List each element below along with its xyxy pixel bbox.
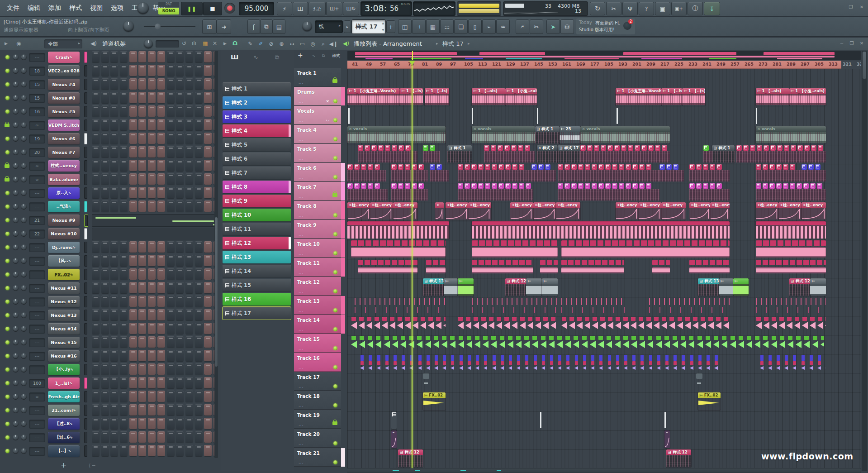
track-lane[interactable]: ヨ 样式 13⊢⊢ヨ 样式 12⊢⊢ヨ 样式 13⊢⊢ヨ 样式 12⊢ (347, 278, 861, 296)
fade-clip[interactable] (533, 355, 539, 371)
mini-pattern-clip[interactable] (619, 183, 624, 189)
fade-clip[interactable] (779, 336, 786, 352)
step-cell[interactable] (167, 146, 175, 158)
step-cell[interactable] (92, 255, 100, 266)
step-cell[interactable] (120, 187, 128, 198)
mini-pattern-clip[interactable] (505, 164, 511, 170)
fade-clip[interactable] (606, 336, 612, 352)
step-cell[interactable] (101, 187, 109, 198)
mini-pattern-clip[interactable] (612, 164, 617, 170)
mini-pattern-clip[interactable] (587, 145, 593, 151)
mini-pattern-clip[interactable] (471, 183, 477, 189)
channel-volume-knob[interactable] (21, 285, 27, 291)
mini-pattern-clip[interactable] (594, 145, 599, 151)
step-cell[interactable] (157, 391, 165, 402)
channel-selector[interactable] (84, 377, 87, 389)
channel-button[interactable]: Nexus #15 (48, 337, 80, 348)
step-cell[interactable] (138, 255, 146, 266)
step-cell[interactable] (157, 78, 165, 90)
step-cell[interactable] (120, 133, 128, 144)
channel-button[interactable]: Nexus #5 (48, 106, 80, 117)
rack-scroll-dash[interactable]: ⟨ ━ (89, 463, 95, 468)
piano-roll-button[interactable]: ▯ (468, 19, 482, 34)
channel-pan-knob[interactable] (13, 448, 19, 454)
fade-clip[interactable] (681, 355, 687, 371)
mini-pattern-clip[interactable] (519, 164, 524, 170)
channel-selector[interactable] (84, 228, 87, 239)
mini-pattern-clip[interactable] (436, 164, 442, 170)
step-cell[interactable] (157, 309, 165, 320)
mini-pattern-clip[interactable] (783, 164, 788, 170)
shuffle-slider-track[interactable] (144, 26, 195, 27)
pattern-item[interactable]: 样式 15 (223, 279, 291, 291)
step-cell[interactable] (92, 431, 100, 443)
playlist-vscrollbar-handle[interactable] (863, 52, 866, 79)
step-cell[interactable] (101, 65, 109, 76)
step-cell[interactable] (138, 268, 146, 280)
time-display[interactable]: 3:08: 56 M:S:CS (360, 1, 412, 16)
channel-selector[interactable] (84, 92, 87, 104)
channel-led[interactable] (5, 218, 9, 222)
mini-pattern-group[interactable] (558, 164, 659, 182)
channel-button[interactable]: 1_..ls) ∿ (48, 377, 80, 389)
fade-clip[interactable] (708, 317, 714, 333)
hit-ticks-strip[interactable] (355, 298, 446, 315)
step-cell[interactable] (92, 282, 100, 293)
step-cell[interactable] (101, 105, 109, 117)
track-header[interactable]: Vocals...◡ (294, 106, 341, 124)
fade-clip[interactable] (433, 336, 440, 352)
step-cell[interactable] (167, 255, 175, 266)
mini-pattern-group[interactable] (558, 183, 659, 201)
step-cell[interactable] (148, 78, 156, 90)
channel-pan-knob[interactable] (13, 353, 19, 359)
channel-pan-knob[interactable] (13, 122, 19, 128)
track-lane[interactable] (347, 240, 861, 258)
mini-pattern-clip[interactable] (498, 145, 503, 151)
step-cell[interactable] (167, 92, 175, 103)
fade-clip[interactable] (465, 317, 472, 333)
channel-filter-dropdown[interactable]: 全部 ▸ (44, 39, 82, 48)
step-cell[interactable] (120, 241, 128, 253)
rack-group-icon[interactable]: ◉ (16, 40, 21, 47)
channel-led[interactable] (5, 82, 9, 86)
fade-clip[interactable] (810, 317, 816, 333)
header-automation-tab[interactable]: ⧉ (322, 53, 325, 58)
step-cell[interactable] (138, 133, 146, 144)
channel-pan-knob[interactable] (13, 163, 19, 169)
channel-led[interactable] (5, 449, 9, 453)
fade-clip[interactable] (697, 355, 704, 371)
mini-pattern-group[interactable] (689, 164, 730, 182)
step-cell[interactable] (167, 282, 175, 293)
step-cell[interactable] (129, 336, 137, 348)
fade-clip[interactable] (640, 355, 646, 371)
step-cell[interactable] (138, 173, 146, 185)
fade-clip[interactable] (467, 355, 473, 371)
pattern-clip[interactable]: ヨ 样式 1 (535, 126, 560, 144)
mini-pattern-clip[interactable] (478, 183, 484, 189)
step-cell[interactable] (185, 445, 193, 456)
step-cell[interactable] (110, 105, 118, 117)
fade-clip[interactable] (351, 336, 357, 352)
step-cell[interactable] (110, 187, 118, 198)
song-mode-button[interactable]: SONG (158, 8, 179, 14)
automation-clip[interactable]: ⚭柱..ency (533, 202, 556, 220)
channel-led[interactable] (5, 69, 9, 73)
playlist-vscrollbar[interactable] (862, 51, 867, 471)
mini-pattern-clip[interactable] (571, 164, 577, 170)
step-cell[interactable] (138, 119, 146, 130)
mini-pattern-clip[interactable] (703, 145, 709, 151)
step-cell[interactable] (204, 65, 212, 76)
arrow-clip-strip[interactable] (540, 260, 558, 277)
step-cell[interactable] (148, 309, 156, 320)
step-cell[interactable] (101, 431, 109, 443)
pointer-button[interactable]: ➤ (546, 19, 560, 34)
step-cell[interactable] (195, 255, 203, 266)
channel-selector[interactable] (84, 255, 87, 267)
step-cell[interactable] (92, 350, 100, 361)
small-automation-clip[interactable]: ⚭ (391, 430, 397, 448)
channel-led[interactable] (5, 381, 9, 385)
pattern-spin-down-icon[interactable]: ▼ (382, 28, 384, 31)
fade-clip[interactable] (359, 317, 365, 333)
channel-pan-knob[interactable] (13, 421, 19, 427)
small-automation-clip[interactable]: ⚭ (664, 430, 670, 448)
